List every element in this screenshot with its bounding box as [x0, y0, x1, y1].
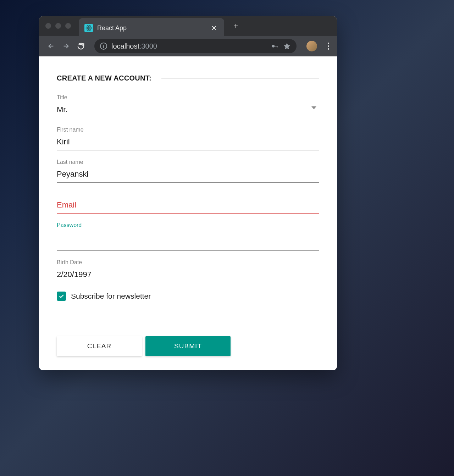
- newsletter-label: Subscribe for newsletter: [71, 292, 151, 300]
- window-controls: [45, 23, 71, 29]
- newsletter-row: Subscribe for newsletter: [57, 292, 319, 301]
- form-header: CREATE A NEW ACCOUNT:: [57, 74, 319, 82]
- address-bar[interactable]: i localhost:3000: [94, 39, 297, 53]
- title-field: Title Mr.: [57, 94, 319, 118]
- button-row: CLEAR SUBMIT: [57, 336, 319, 356]
- first-name-input[interactable]: [57, 135, 319, 150]
- clear-button[interactable]: CLEAR: [57, 336, 142, 356]
- url-host: localhost: [111, 42, 139, 50]
- first-name-label: First name: [57, 127, 319, 133]
- newsletter-checkbox[interactable]: [57, 292, 66, 301]
- profile-avatar[interactable]: [306, 41, 317, 51]
- site-info-icon[interactable]: i: [100, 43, 107, 50]
- submit-button[interactable]: SUBMIT: [145, 336, 231, 356]
- tab-title: React App: [97, 24, 205, 32]
- forward-button[interactable]: [62, 42, 70, 50]
- browser-menu-button[interactable]: [328, 43, 329, 50]
- svg-rect-6: [277, 46, 278, 48]
- password-key-icon[interactable]: [271, 42, 279, 50]
- check-icon: [58, 293, 65, 299]
- password-label: Password: [57, 222, 319, 228]
- email-input[interactable]: [57, 198, 319, 214]
- last-name-label: Last name: [57, 159, 319, 165]
- tab-bar: React App ✕ +: [39, 16, 337, 36]
- back-button[interactable]: [47, 42, 55, 50]
- form-title: CREATE A NEW ACCOUNT:: [57, 74, 151, 82]
- browser-tab[interactable]: React App ✕: [79, 18, 224, 38]
- browser-toolbar: i localhost:3000: [39, 36, 337, 56]
- url-text: localhost:3000: [111, 42, 157, 50]
- bookmark-star-icon[interactable]: [283, 42, 291, 50]
- birth-date-label: Birth Date: [57, 259, 319, 266]
- tab-close-icon[interactable]: ✕: [210, 24, 218, 32]
- password-input[interactable]: [57, 231, 319, 251]
- title-label: Title: [57, 94, 319, 101]
- browser-window: React App ✕ + i localhost:3000: [39, 16, 337, 370]
- window-minimize-button[interactable]: [55, 23, 61, 29]
- window-maximize-button[interactable]: [65, 23, 71, 29]
- browser-chrome: React App ✕ + i localhost:3000: [39, 16, 337, 56]
- svg-point-4: [272, 45, 275, 47]
- first-name-field: First name: [57, 127, 319, 150]
- page-content: CREATE A NEW ACCOUNT: Title Mr. First na…: [39, 56, 337, 370]
- window-close-button[interactable]: [45, 23, 51, 29]
- reload-button[interactable]: [77, 42, 85, 50]
- last-name-input[interactable]: [57, 167, 319, 183]
- url-port: :3000: [139, 42, 157, 50]
- new-tab-button[interactable]: +: [233, 21, 238, 31]
- email-field: [57, 198, 319, 214]
- birth-date-input[interactable]: [57, 268, 319, 283]
- header-divider: [161, 78, 319, 78]
- svg-point-0: [88, 27, 89, 28]
- last-name-field: Last name: [57, 159, 319, 183]
- birth-date-field: Birth Date: [57, 259, 319, 283]
- title-select[interactable]: Mr.: [57, 103, 319, 118]
- react-favicon-icon: [84, 24, 93, 32]
- password-field: Password: [57, 222, 319, 251]
